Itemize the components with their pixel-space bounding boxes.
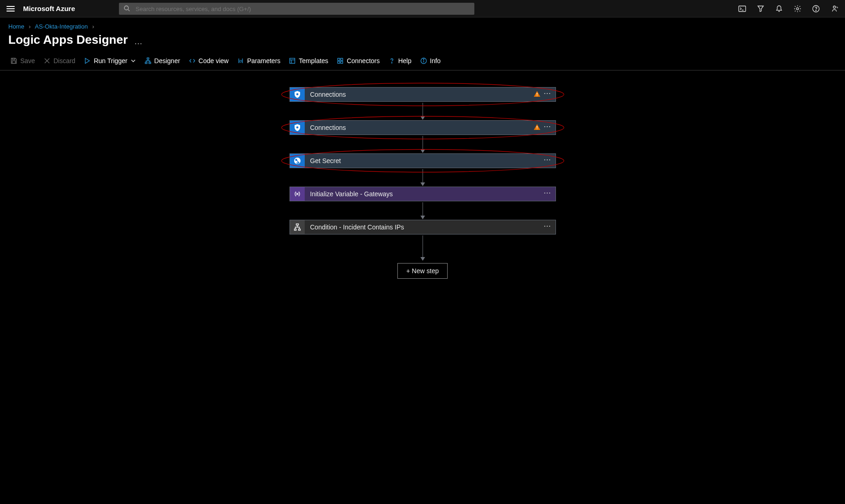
chevron-down-icon bbox=[130, 58, 136, 64]
step-more-button[interactable]: ⋯ bbox=[544, 123, 552, 130]
step-more-button[interactable]: ⋯ bbox=[544, 223, 552, 230]
breadcrumb-home[interactable]: Home bbox=[8, 23, 24, 30]
arrow-connector[interactable] bbox=[422, 136, 423, 152]
step-label: Get Secret bbox=[310, 157, 544, 164]
sentinel-icon bbox=[290, 121, 305, 135]
info-button[interactable]: Info bbox=[418, 56, 443, 65]
svg-rect-9 bbox=[12, 59, 15, 60]
step-get-secret[interactable]: Get Secret ⋯ bbox=[290, 153, 556, 168]
step-more-button[interactable]: ⋯ bbox=[544, 90, 552, 97]
arrow-connector[interactable] bbox=[422, 169, 423, 186]
svg-rect-21 bbox=[338, 59, 340, 61]
keyvault-icon bbox=[290, 154, 305, 168]
step-label: Condition - Incident Contains IPs bbox=[310, 223, 544, 231]
question-icon bbox=[388, 57, 396, 64]
run-trigger-label: Run Trigger bbox=[94, 57, 127, 64]
designer-label: Designer bbox=[154, 57, 180, 64]
breadcrumb-parent[interactable]: AS-Okta-Integration bbox=[35, 23, 88, 30]
step-label: Connections bbox=[310, 91, 533, 98]
step-connections-2[interactable]: Connections ⋯ bbox=[290, 120, 556, 135]
hamburger-menu-icon[interactable] bbox=[6, 5, 15, 13]
command-bar: Save Discard Run Trigger Desi bbox=[0, 53, 845, 70]
svg-rect-18 bbox=[290, 59, 295, 64]
svg-rect-16 bbox=[149, 62, 151, 64]
save-icon bbox=[10, 57, 18, 64]
templates-icon bbox=[289, 57, 296, 64]
global-search[interactable] bbox=[119, 3, 474, 15]
svg-rect-15 bbox=[145, 62, 147, 64]
svg-point-8 bbox=[833, 6, 836, 8]
templates-button[interactable]: Templates bbox=[287, 56, 330, 65]
svg-rect-14 bbox=[147, 58, 149, 59]
svg-rect-23 bbox=[338, 61, 340, 64]
run-trigger-button[interactable]: Run Trigger bbox=[82, 56, 137, 65]
connectors-button[interactable]: Connectors bbox=[335, 56, 382, 65]
svg-rect-43 bbox=[294, 229, 296, 230]
step-more-button[interactable]: ⋯ bbox=[544, 156, 552, 164]
search-icon bbox=[124, 5, 130, 13]
svg-rect-37 bbox=[537, 126, 537, 128]
page-title-row: Logic Apps Designer … bbox=[0, 30, 845, 53]
discard-label: Discard bbox=[53, 57, 75, 64]
parameters-button[interactable]: @ Parameters bbox=[235, 56, 282, 65]
settings-gear-icon[interactable] bbox=[793, 5, 802, 13]
svg-point-5 bbox=[797, 8, 799, 10]
step-label: Initialize Variable - Gateways bbox=[310, 190, 544, 198]
svg-rect-2 bbox=[739, 6, 746, 12]
svg-point-0 bbox=[124, 6, 129, 10]
svg-rect-22 bbox=[341, 59, 343, 61]
designer-icon bbox=[144, 57, 152, 64]
svg-text:@: @ bbox=[239, 59, 242, 63]
connectors-label: Connectors bbox=[347, 57, 380, 64]
svg-marker-13 bbox=[85, 59, 89, 64]
designer-button[interactable]: Designer bbox=[142, 56, 182, 65]
step-connections-1[interactable]: Connections ⋯ bbox=[290, 87, 556, 102]
workflow-step: Connections ⋯ bbox=[290, 120, 556, 135]
code-view-button[interactable]: Code view bbox=[187, 56, 230, 65]
help-button[interactable]: Help bbox=[386, 56, 414, 65]
save-button[interactable]: Save bbox=[8, 56, 37, 65]
info-icon bbox=[420, 57, 427, 64]
page-title: Logic Apps Designer bbox=[8, 33, 128, 47]
help-label: Help bbox=[398, 57, 412, 64]
workflow-step: Get Secret ⋯ bbox=[290, 153, 556, 168]
svg-rect-42 bbox=[296, 224, 298, 225]
svg-line-1 bbox=[128, 9, 130, 11]
arrow-connector[interactable] bbox=[422, 235, 423, 260]
svg-point-25 bbox=[391, 63, 392, 63]
variable-icon bbox=[290, 187, 305, 201]
svg-rect-44 bbox=[298, 229, 300, 230]
title-more-button[interactable]: … bbox=[134, 37, 143, 47]
svg-rect-32 bbox=[537, 93, 537, 94]
svg-point-28 bbox=[423, 59, 424, 59]
arrow-connector[interactable] bbox=[422, 202, 423, 219]
svg-rect-33 bbox=[537, 95, 537, 96]
condition-icon bbox=[290, 220, 305, 234]
play-icon bbox=[83, 57, 91, 64]
brand-label[interactable]: Microsoft Azure bbox=[23, 5, 75, 12]
discard-icon bbox=[43, 57, 51, 64]
warning-icon bbox=[533, 123, 541, 132]
step-label: Connections bbox=[310, 124, 533, 131]
new-step-button[interactable]: + New step bbox=[397, 263, 447, 279]
workflow-step: Condition - Incident Contains IPs ⋯ bbox=[290, 220, 556, 234]
help-icon[interactable] bbox=[812, 5, 820, 13]
svg-rect-10 bbox=[12, 61, 16, 64]
designer-canvas: Connections ⋯ bbox=[0, 70, 845, 306]
step-more-button[interactable]: ⋯ bbox=[544, 189, 552, 197]
notifications-icon[interactable] bbox=[775, 5, 783, 13]
arrow-connector[interactable] bbox=[422, 103, 423, 119]
search-input[interactable] bbox=[135, 5, 470, 13]
connectors-icon bbox=[337, 57, 344, 64]
step-condition[interactable]: Condition - Incident Contains IPs ⋯ bbox=[290, 220, 556, 234]
info-label: Info bbox=[430, 57, 441, 64]
svg-point-7 bbox=[815, 10, 816, 11]
top-bar-actions bbox=[738, 0, 839, 18]
chevron-right-icon: › bbox=[92, 23, 94, 30]
sentinel-icon bbox=[290, 88, 305, 101]
cloud-shell-icon[interactable] bbox=[738, 5, 746, 13]
step-initialize-variable[interactable]: Initialize Variable - Gateways ⋯ bbox=[290, 187, 556, 201]
directory-filter-icon[interactable] bbox=[756, 5, 765, 13]
feedback-icon[interactable] bbox=[830, 5, 839, 13]
discard-button[interactable]: Discard bbox=[41, 56, 77, 65]
